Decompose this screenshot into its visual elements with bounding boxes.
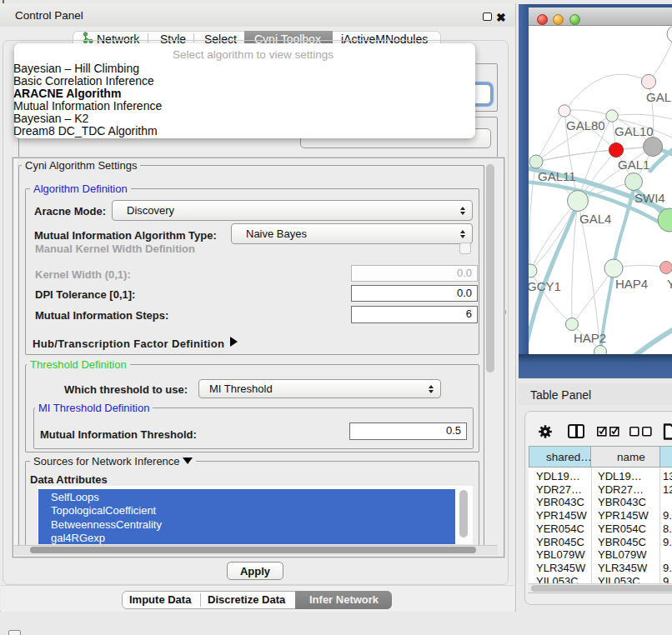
svg-text:SWI4: SWI4 (634, 191, 665, 205)
svg-text:GAL4: GAL4 (579, 212, 611, 226)
svg-text:GAL11: GAL11 (538, 169, 576, 183)
svg-text:GAL10: GAL10 (614, 124, 654, 138)
svg-text:Y: Y (667, 277, 672, 291)
svg-text:GAL1: GAL1 (618, 158, 649, 172)
svg-text:HAP2: HAP2 (574, 331, 606, 345)
svg-text:HAP4: HAP4 (615, 277, 648, 291)
svg-text:GCY1: GCY1 (529, 279, 561, 293)
svg-text:GAL: GAL (646, 90, 671, 104)
svg-text:GAL80: GAL80 (566, 118, 605, 132)
